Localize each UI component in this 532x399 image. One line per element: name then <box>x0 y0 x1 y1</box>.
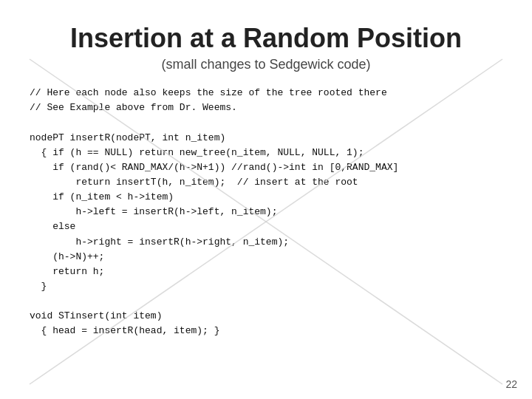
slide-container: Insertion at a Random Position (small ch… <box>0 0 532 399</box>
code-block: // Here each node also keeps the size of… <box>30 86 502 338</box>
slide-title: Insertion at a Random Position <box>30 22 502 54</box>
slide-number: 22 <box>505 378 517 390</box>
slide-subtitle: (small changes to Sedgewick code) <box>30 57 502 72</box>
